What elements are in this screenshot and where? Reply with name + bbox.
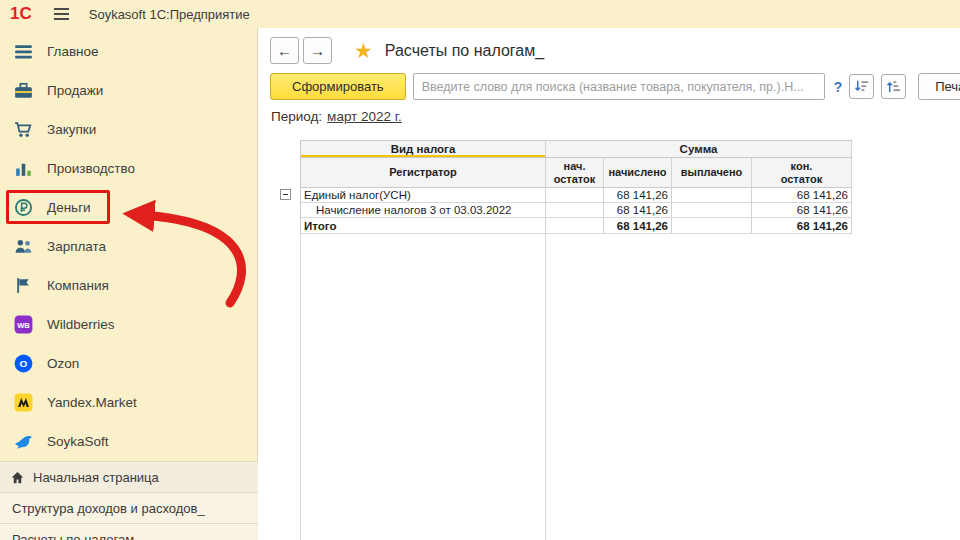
sidebar-item-label: Компания bbox=[47, 278, 109, 293]
soykasoft-bird-icon bbox=[13, 431, 34, 452]
sidebar-item-ozon[interactable]: O Ozon bbox=[0, 344, 257, 383]
sidebar-item-label: Деньги bbox=[47, 200, 91, 215]
back-icon: ← bbox=[277, 42, 292, 59]
row-end-balance: 68 141,26 bbox=[752, 218, 852, 234]
sidebar-item-label: Главное bbox=[47, 44, 99, 59]
main-section-icon bbox=[13, 41, 34, 62]
table-row-total[interactable]: Итого 68 141,26 68 141,26 bbox=[301, 218, 852, 234]
sidebar-item-label: SoykaSoft bbox=[47, 434, 109, 449]
row-paid bbox=[672, 203, 752, 218]
sidebar-item-zarplata[interactable]: Зарплата bbox=[0, 227, 257, 266]
sidebar-item-zakupki[interactable]: Закупки bbox=[0, 110, 257, 149]
row-start-balance bbox=[546, 218, 604, 234]
sidebar-item-label: Wildberries bbox=[47, 317, 115, 332]
sidebar-item-label: Yandex.Market bbox=[47, 395, 137, 410]
column-end-balance: кон. остаток bbox=[752, 158, 852, 188]
row-start-balance bbox=[546, 203, 604, 218]
tab-label: Расчеты по налогам_ bbox=[12, 532, 141, 540]
sidebar-item-kompaniya[interactable]: Компания bbox=[0, 266, 257, 305]
sidebar-item-yandex-market[interactable]: Yandex.Market bbox=[0, 383, 257, 422]
sidebar-item-soykasoft[interactable]: SoykaSoft bbox=[0, 422, 257, 461]
column-group-tax-kind: Вид налога bbox=[301, 141, 546, 158]
sidebar-item-label: Продажи bbox=[47, 83, 103, 98]
wildberries-icon: WB bbox=[13, 314, 34, 335]
column-header-row: Регистратор нач. остаток начислено выпла… bbox=[301, 158, 852, 188]
row-accrued: 68 141,26 bbox=[604, 188, 672, 203]
1c-logo: 1С bbox=[10, 4, 32, 24]
back-button[interactable]: ← bbox=[270, 37, 299, 64]
column-paid: выплачено bbox=[672, 158, 752, 188]
row-name: Начисление налогов 3 от 03.03.2022 bbox=[301, 203, 546, 218]
tab-income-structure[interactable]: Структура доходов и расходов_ bbox=[0, 492, 258, 523]
row-paid bbox=[672, 188, 752, 203]
purchases-cart-icon bbox=[13, 119, 34, 140]
sidebar-item-wildberries[interactable]: WB Wildberries bbox=[0, 305, 257, 344]
row-name: Итого bbox=[301, 218, 546, 234]
sidebar-item-label: Производство bbox=[47, 161, 135, 176]
tab-home-page[interactable]: Начальная страница bbox=[0, 461, 258, 492]
row-paid bbox=[672, 218, 752, 234]
row-start-balance bbox=[546, 188, 604, 203]
tab-label: Структура доходов и расходов_ bbox=[12, 501, 205, 516]
row-accrued: 68 141,26 bbox=[604, 203, 672, 218]
report-toolbar: Сформировать ? Печать bbox=[270, 73, 960, 100]
tax-report-table: Вид налога Сумма Регистратор нач. остато… bbox=[300, 140, 852, 234]
grid-line-left bbox=[300, 233, 301, 540]
production-chart-icon bbox=[13, 158, 34, 179]
group-header-row: Вид налога Сумма bbox=[301, 141, 852, 158]
forward-icon: → bbox=[310, 42, 325, 59]
sidebar-item-glavnoe[interactable]: Главное bbox=[0, 32, 257, 71]
sort-descending-button[interactable] bbox=[849, 74, 874, 99]
sidebar-item-label: Закупки bbox=[47, 122, 96, 137]
window-header: ← → ★ Расчеты по налогам_ bbox=[270, 37, 544, 64]
sort-ascending-icon bbox=[885, 78, 902, 95]
open-windows-list: Начальная страница Структура доходов и р… bbox=[0, 461, 258, 540]
favorite-star-icon[interactable]: ★ bbox=[354, 40, 373, 61]
column-group-sum: Сумма bbox=[546, 141, 852, 158]
column-accrued: начислено bbox=[604, 158, 672, 188]
home-icon bbox=[10, 470, 25, 485]
app-title: Soykasoft 1С:Предприятие bbox=[89, 7, 250, 22]
sales-icon bbox=[13, 80, 34, 101]
tab-tax-settlements[interactable]: Расчеты по налогам_ bbox=[0, 523, 258, 540]
grid-line-mid bbox=[545, 233, 546, 540]
sidebar-item-proizvodstvo[interactable]: Производство bbox=[0, 149, 257, 188]
period-label: Период: bbox=[271, 109, 322, 124]
period-link[interactable]: март 2022 г. bbox=[327, 109, 402, 124]
print-button[interactable]: Печать bbox=[918, 73, 960, 100]
row-end-balance: 68 141,26 bbox=[752, 203, 852, 218]
sidebar-item-label: Зарплата bbox=[47, 239, 106, 254]
sidebar-menu: Главное Продажи Закупки Производство Ден… bbox=[0, 28, 257, 461]
generate-button[interactable]: Сформировать bbox=[270, 73, 406, 100]
row-name: Единый налог(УСН) bbox=[301, 188, 546, 203]
row-end-balance: 68 141,26 bbox=[752, 188, 852, 203]
top-bar: 1С Soykasoft 1С:Предприятие bbox=[0, 0, 960, 28]
page-title: Расчеты по налогам_ bbox=[385, 42, 544, 60]
sidebar-item-dengi[interactable]: Деньги bbox=[0, 188, 257, 227]
sidebar-item-label: Ozon bbox=[47, 356, 79, 371]
table-row-usn[interactable]: Единый налог(УСН) 68 141,26 68 141,26 bbox=[301, 188, 852, 203]
svg-text:WB: WB bbox=[17, 321, 30, 330]
tree-collapse-toggle[interactable] bbox=[280, 189, 291, 200]
company-flag-icon bbox=[13, 275, 34, 296]
tab-label: Начальная страница bbox=[33, 470, 159, 485]
main-content: ← → ★ Расчеты по налогам_ Сформировать ?… bbox=[258, 28, 960, 540]
period-row: Период:март 2022 г. bbox=[271, 109, 402, 124]
column-start-balance: нач. остаток bbox=[546, 158, 604, 188]
column-registrar: Регистратор bbox=[301, 158, 546, 188]
money-ruble-icon bbox=[13, 197, 34, 218]
search-input[interactable] bbox=[413, 73, 825, 100]
table-row-accrual-doc[interactable]: Начисление налогов 3 от 03.03.2022 68 14… bbox=[301, 203, 852, 218]
hamburger-menu-icon[interactable] bbox=[54, 8, 69, 20]
sort-ascending-button[interactable] bbox=[881, 74, 906, 99]
sidebar-item-prodazhi[interactable]: Продажи bbox=[0, 71, 257, 110]
ozon-icon: O bbox=[13, 353, 34, 374]
sort-descending-icon bbox=[853, 78, 870, 95]
help-button[interactable]: ? bbox=[834, 79, 843, 95]
row-accrued: 68 141,26 bbox=[604, 218, 672, 234]
salary-people-icon bbox=[13, 236, 34, 257]
svg-text:O: O bbox=[20, 358, 28, 369]
yandex-market-icon bbox=[13, 392, 34, 413]
forward-button[interactable]: → bbox=[303, 37, 332, 64]
